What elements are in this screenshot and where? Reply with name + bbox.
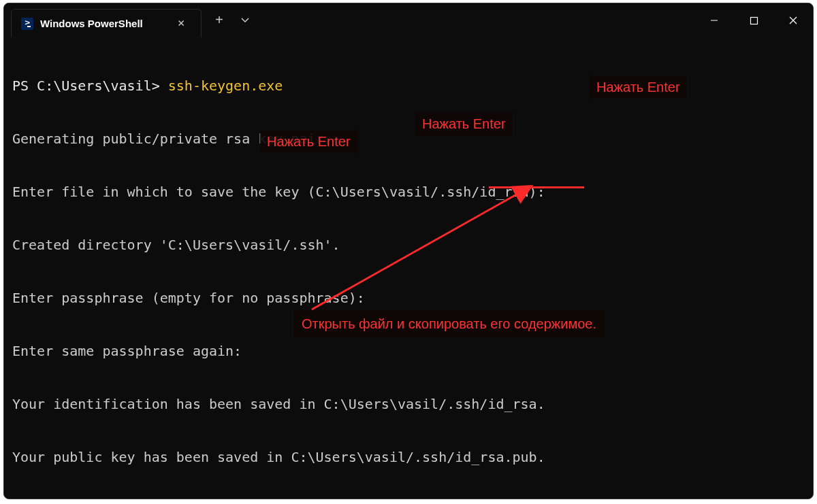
output-line: Created directory 'C:\Users\vasil/.ssh'. bbox=[12, 236, 805, 254]
annotation-enter-1: Нажать Enter bbox=[590, 75, 687, 99]
tab-title: Windows PowerShell bbox=[40, 18, 167, 29]
svg-rect-1 bbox=[750, 17, 757, 24]
tab-dropdown-button[interactable] bbox=[233, 18, 257, 23]
tab-close-button[interactable]: ✕ bbox=[174, 16, 189, 31]
output-line: Your identification has been saved in C:… bbox=[12, 395, 805, 413]
output-line: Enter same passphrase again: bbox=[12, 342, 805, 360]
terminal-output[interactable]: PS C:\Users\vasil> ssh-keygen.exe Genera… bbox=[4, 37, 813, 499]
annotation-copy-file: Открыть файл и скопировать его содержимо… bbox=[293, 311, 605, 337]
titlebar: Windows PowerShell ✕ + bbox=[4, 3, 813, 37]
underline-annotation bbox=[489, 186, 584, 188]
annotation-enter-2: Нажать Enter bbox=[415, 112, 513, 135]
maximize-icon bbox=[750, 16, 758, 25]
command-text: ssh-keygen.exe bbox=[168, 78, 283, 94]
close-icon bbox=[788, 16, 798, 25]
output-line: Generating public/private rsa key pair. bbox=[12, 130, 805, 148]
output-line: Your public key has been saved in C:\Use… bbox=[12, 448, 805, 466]
minimize-button[interactable] bbox=[694, 3, 734, 37]
annotation-enter-3: Нажать Enter bbox=[260, 130, 357, 153]
active-tab[interactable]: Windows PowerShell ✕ bbox=[11, 9, 202, 37]
chevron-down-icon bbox=[241, 18, 249, 23]
terminal-window: Windows PowerShell ✕ + PS C:\Users\vasil… bbox=[3, 3, 814, 499]
maximize-button[interactable] bbox=[734, 3, 773, 37]
new-tab-button[interactable]: + bbox=[206, 13, 233, 29]
prompt-path: PS C:\Users\vasil> bbox=[12, 78, 168, 94]
output-line: Enter file in which to save the key (C:\… bbox=[12, 183, 805, 201]
minimize-icon bbox=[709, 16, 719, 25]
close-button[interactable] bbox=[773, 3, 813, 37]
window-controls bbox=[694, 3, 813, 37]
powershell-icon bbox=[21, 18, 33, 30]
output-line: Enter passphrase (empty for no passphras… bbox=[12, 289, 805, 307]
